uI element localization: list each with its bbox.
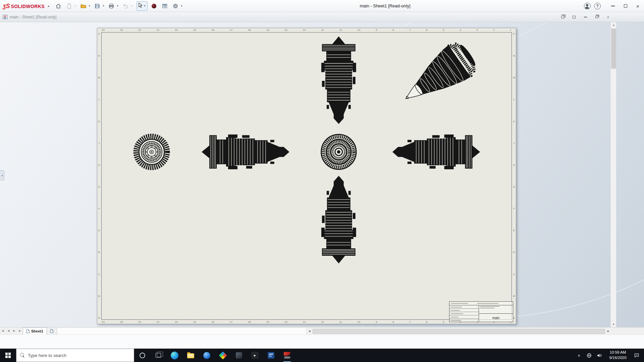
app-titlebar: ʒS SOLIDWORKS ▸ ▾ [0,0,644,12]
options-button[interactable] [171,1,180,11]
taskbar-app-solidworks[interactable]: 2020 [279,349,295,362]
undo-button[interactable] [121,1,130,11]
view-isometric[interactable] [394,38,481,115]
select-dropdown-caret-icon[interactable]: ▾ [143,4,146,7]
options-dropdown-caret-icon[interactable]: ▾ [180,4,183,7]
scroll-right-button[interactable]: ▶ [605,328,611,334]
title-block-text-line [451,303,468,304]
horizontal-scroll-thumb[interactable] [313,329,605,334]
sheet-properties-button[interactable] [160,1,169,11]
appearance-sphere-button[interactable] [150,1,158,11]
sheet-page-icon [26,329,30,333]
solidworks-logo[interactable]: ʒS SOLIDWORKS [3,3,45,9]
new-document-button[interactable] [65,1,73,11]
undo-dropdown-caret-icon[interactable]: ▾ [130,4,133,7]
view-rear[interactable] [321,134,356,169]
windows-logo-icon [5,353,11,358]
edge-icon [171,352,178,359]
cortana-button[interactable] [134,349,150,362]
save-dropdown-caret-icon[interactable]: ▾ [102,4,105,7]
solidworks-swoosh [284,352,290,356]
dassault-3s-icon: ʒS [3,3,10,9]
cortana-icon [140,353,145,358]
minimize-button[interactable] [607,0,619,12]
taskbar-app-edge[interactable] [166,349,182,362]
doc-cascade-button[interactable] [559,14,566,20]
view-bottom[interactable] [321,176,356,263]
horizontal-scrollbar[interactable]: ◀ ▶ [307,328,611,335]
taskbar-app-browser[interactable] [199,349,215,362]
add-sheet-button[interactable] [47,327,57,335]
taskbar-search[interactable] [16,349,134,362]
previous-sheet-button[interactable]: ◀ [6,327,11,334]
maximize-button[interactable] [619,0,632,12]
view-top[interactable] [321,36,356,124]
doc-tile-button[interactable] [570,14,578,20]
application-window: ʒS SOLIDWORKS ▸ ▾ [0,0,644,362]
drawing-sheet[interactable]: 242322212019181716151413121110987654321 … [97,28,516,324]
scroll-down-button[interactable]: ▼ [611,321,616,327]
expand-panel-icon: ◂ [1,174,3,177]
save-button[interactable] [93,1,102,11]
help-icon[interactable]: ? [594,3,601,9]
open-dropdown-caret-icon[interactable]: ▾ [88,4,91,7]
next-sheet-button[interactable]: ▶ [11,327,17,334]
cascade-windows-icon [561,16,564,18]
taskbar-clock[interactable]: 10:59 AM 9/16/2020 [604,349,632,362]
network-globe-icon [587,353,592,358]
tray-chevron-button[interactable]: ∧ [574,349,584,362]
doc-minimize-button[interactable] [582,14,589,20]
taskbar-app-photos[interactable] [215,349,231,362]
sphere-icon [151,3,157,9]
task-view-button[interactable] [150,349,166,362]
print-button[interactable] [107,1,116,11]
graphics-area[interactable]: 242322212019181716151413121110987654321 … [0,22,644,327]
doc-close-button[interactable]: × [604,14,612,20]
start-button[interactable] [0,349,16,362]
taskbar-app-panel[interactable] [263,349,279,362]
title-block[interactable]: main [449,301,513,322]
title-block-header-row [449,302,513,305]
view-front[interactable] [136,136,167,168]
tab-sheet1[interactable]: Sheet1 [23,327,47,335]
maximize-icon [624,4,627,8]
doc-restore-button[interactable] [593,14,600,20]
home-icon [55,3,61,9]
menu-flyout-arrow-icon[interactable]: ▸ [48,4,50,8]
taskbar-app-file-explorer[interactable] [182,349,199,362]
featuremanager-collapsed-tab[interactable]: ◂ [0,170,4,180]
search-input[interactable] [28,353,130,358]
doc-restore-icon [595,16,598,18]
minimize-icon [611,6,615,6]
select-tool-button[interactable]: ▾ [137,1,148,11]
user-account-icon[interactable] [584,3,591,9]
last-sheet-button[interactable]: ▶ [17,327,23,334]
action-center-button[interactable] [632,349,642,362]
close-button[interactable]: × [632,0,644,12]
first-sheet-button[interactable]: ◀ [0,327,6,334]
scroll-up-button[interactable]: ▲ [611,22,616,28]
vertical-scroll-thumb[interactable] [611,28,616,69]
view-right[interactable] [392,134,480,169]
solidworks-year-label: 2020 [284,356,290,359]
title-block-table [449,305,479,322]
media-player-icon: ▶ [252,352,258,359]
volume-icon [597,353,602,358]
taskbar-app-cube[interactable] [231,349,247,362]
vertical-scrollbar[interactable]: ▲ ▼ [610,22,616,327]
table-grid-icon [162,3,168,9]
print-dropdown-caret-icon[interactable]: ▾ [116,4,119,7]
view-left[interactable] [202,134,289,169]
scroll-left-button[interactable]: ◀ [307,328,312,334]
open-button[interactable] [79,1,88,11]
taskbar-app-media[interactable]: ▶ [247,349,263,362]
new-dropdown-caret-icon[interactable]: ▾ [73,4,77,7]
status-bar [0,335,644,349]
home-button[interactable] [54,1,63,11]
network-button[interactable] [584,349,594,362]
clock-time: 10:59 AM [610,350,626,355]
window-title: main - Sheet1 [Read-only] [360,3,410,8]
save-floppy-icon [94,3,100,9]
volume-button[interactable] [594,349,604,362]
tab-strip-empty-area [57,328,307,335]
